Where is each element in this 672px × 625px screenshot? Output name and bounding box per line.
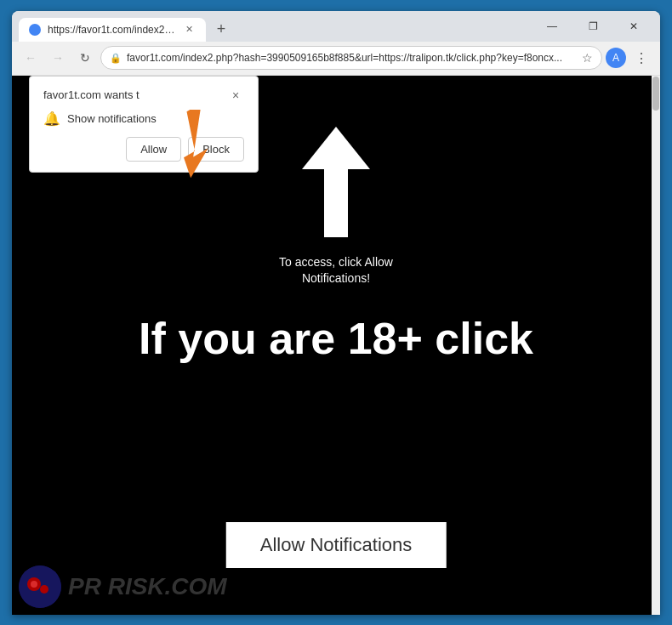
browser-window: https://favor1t.com/index2.php?... ✕ + —… [12,11,660,615]
popup-close-button[interactable]: × [227,87,244,104]
forward-button[interactable]: → [46,46,70,70]
pcrisk-logo [19,565,61,608]
watermark: PR RISK.COM [12,559,234,615]
tab-favicon [29,24,41,36]
address-text: favor1t.com/index2.php?hash=3990509165b8… [127,52,577,64]
lock-icon: 🔒 [110,53,122,64]
arrow-shaft [324,169,348,237]
window-controls: — ❐ ✕ [532,11,653,42]
popup-title: favor1t.com wants t [43,88,140,101]
tab-area: https://favor1t.com/index2.php?... ✕ + [19,11,532,42]
popup-notification-row: 🔔 Show notifications [43,111,244,127]
close-button[interactable]: ✕ [614,11,653,42]
big-text: If you are 18+ click [139,313,533,364]
browser-tab[interactable]: https://favor1t.com/index2.php?... ✕ [19,18,206,42]
popup-buttons: Allow Block [43,137,244,162]
tab-close-button[interactable]: ✕ [182,23,196,37]
minimize-button[interactable]: — [532,11,572,42]
new-tab-button[interactable]: + [209,18,233,42]
back-button[interactable]: ← [19,46,43,70]
reload-button[interactable]: ↻ [73,46,97,70]
nav-bar: ← → ↻ 🔒 favor1t.com/index2.php?hash=3990… [12,42,660,76]
menu-button[interactable]: ⋮ [629,46,653,70]
title-bar: https://favor1t.com/index2.php?... ✕ + —… [12,11,660,42]
scrollbar-thumb[interactable] [652,77,659,111]
svg-point-4 [40,585,48,594]
bell-icon: 🔔 [43,111,60,127]
pcrisk-text: PR RISK.COM [68,573,227,600]
arrow-head [302,127,370,169]
notification-label: Show notifications [67,112,157,125]
popup-header: favor1t.com wants t × [43,87,244,104]
arrow-container: To access, click AllowNotifications! [279,127,393,287]
white-arrow-icon [302,127,370,237]
allow-button[interactable]: Allow [126,137,181,162]
scrollbar[interactable] [652,76,660,615]
maximize-button[interactable]: ❐ [573,11,612,42]
allow-notifications-button[interactable]: Allow Notifications [226,522,447,568]
bookmark-icon[interactable]: ☆ [582,51,593,65]
block-button[interactable]: Block [188,137,244,162]
profile-icon[interactable]: A [606,48,626,68]
page-content: favor1t.com wants t × 🔔 Show notificatio… [12,76,660,615]
notification-popup: favor1t.com wants t × 🔔 Show notificatio… [29,76,259,173]
tab-title: https://favor1t.com/index2.php?... [48,24,175,36]
address-bar[interactable]: 🔒 favor1t.com/index2.php?hash=3990509165… [100,46,602,70]
access-text: To access, click AllowNotifications! [279,254,393,287]
svg-point-3 [31,581,37,588]
